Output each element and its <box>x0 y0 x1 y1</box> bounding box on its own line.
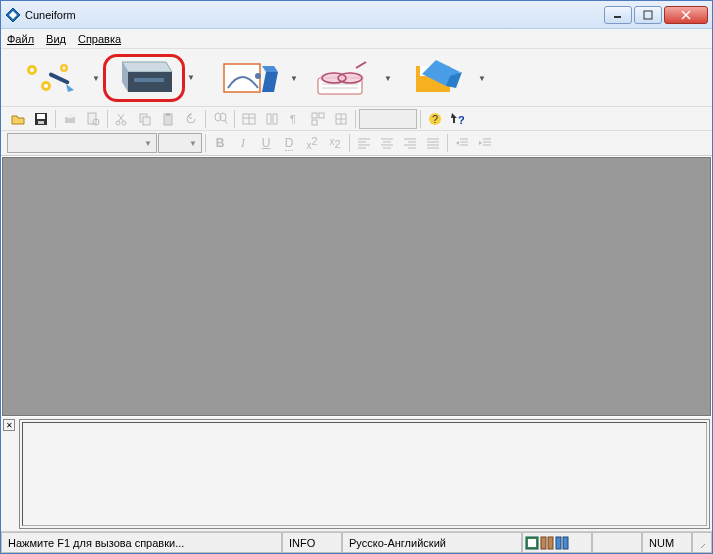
svg-rect-36 <box>38 121 44 124</box>
svg-rect-17 <box>134 78 164 82</box>
menubar: Файл Вид Справка <box>1 29 712 49</box>
zoom-combo[interactable] <box>359 109 417 129</box>
spellcheck-button[interactable]: ▼ <box>301 54 383 102</box>
indent-increase-button[interactable] <box>474 133 496 153</box>
svg-line-51 <box>225 120 227 124</box>
format-toolbar: ▼ ▼ B I U D x2 x2 <box>1 131 712 156</box>
svg-rect-59 <box>319 113 324 118</box>
superscript-button[interactable]: x2 <box>301 133 323 153</box>
font-size-combo[interactable]: ▼ <box>158 133 202 153</box>
svg-line-29 <box>356 62 366 68</box>
svg-rect-35 <box>37 114 45 119</box>
svg-rect-96 <box>563 537 568 549</box>
menu-help[interactable]: Справка <box>78 33 121 45</box>
chevron-down-icon[interactable]: ▼ <box>478 73 486 82</box>
chevron-down-icon[interactable]: ▼ <box>92 73 100 82</box>
save-results-button[interactable]: ▼ <box>395 54 477 102</box>
svg-rect-56 <box>273 114 277 124</box>
table-button[interactable] <box>238 109 260 129</box>
close-button[interactable] <box>664 6 708 24</box>
chevron-down-icon[interactable]: ▼ <box>290 73 298 82</box>
align-left-button[interactable] <box>353 133 375 153</box>
statusbar: Нажмите F1 для вызова справки... INFO Ру… <box>1 531 712 553</box>
paragraph-button[interactable]: ¶ <box>284 109 306 129</box>
svg-rect-58 <box>312 113 317 118</box>
svg-rect-95 <box>556 537 561 549</box>
open-button[interactable] <box>7 109 29 129</box>
chevron-down-icon[interactable]: ▼ <box>384 73 392 82</box>
svg-rect-92 <box>528 539 536 547</box>
status-blank <box>592 532 642 553</box>
scan-button[interactable] <box>103 54 185 102</box>
svg-point-11 <box>63 66 66 69</box>
svg-marker-86 <box>456 141 459 145</box>
indent-decrease-button[interactable] <box>451 133 473 153</box>
svg-rect-60 <box>312 120 317 125</box>
font-name-combo[interactable]: ▼ <box>7 133 157 153</box>
svg-point-7 <box>30 68 34 72</box>
view-mode-3-icon[interactable] <box>555 536 569 550</box>
column-button[interactable] <box>261 109 283 129</box>
svg-marker-21 <box>262 72 278 92</box>
svg-text:¶: ¶ <box>290 113 296 125</box>
maximize-button[interactable] <box>634 6 662 24</box>
workspace-area <box>2 157 711 416</box>
underline-button[interactable]: U <box>255 133 277 153</box>
svg-marker-13 <box>66 84 74 92</box>
chevron-down-icon[interactable]: ▼ <box>187 73 195 82</box>
status-view-icons <box>522 532 592 553</box>
subscript-button[interactable]: x2 <box>324 133 346 153</box>
undo-button[interactable] <box>180 109 202 129</box>
recognize-button[interactable]: ▼ <box>207 54 289 102</box>
view-mode-1-icon[interactable] <box>525 536 539 550</box>
minimize-button[interactable] <box>604 6 632 24</box>
svg-text:?: ? <box>432 113 438 125</box>
standard-toolbar: ¶ ? ? <box>1 107 712 131</box>
status-numlock: NUM <box>642 532 692 553</box>
svg-point-9 <box>44 84 48 88</box>
grid-button[interactable] <box>330 109 352 129</box>
context-help-button[interactable]: ? <box>447 109 469 129</box>
save-button[interactable] <box>30 109 52 129</box>
wizard-button[interactable]: ▼ <box>9 54 91 102</box>
window-title: Cuneiform <box>25 9 76 21</box>
svg-rect-93 <box>541 537 546 549</box>
align-justify-button[interactable] <box>422 133 444 153</box>
status-language: Русско-Английский <box>342 532 522 553</box>
svg-point-19 <box>255 73 261 79</box>
view-mode-2-icon[interactable] <box>540 536 554 550</box>
svg-rect-48 <box>166 113 170 116</box>
svg-rect-55 <box>267 114 271 124</box>
svg-line-97 <box>701 539 705 548</box>
menu-view[interactable]: Вид <box>46 33 66 45</box>
svg-rect-38 <box>67 114 73 118</box>
status-grip <box>692 532 712 553</box>
boxes-button[interactable] <box>307 109 329 129</box>
align-right-button[interactable] <box>399 133 421 153</box>
cut-button[interactable] <box>111 109 133 129</box>
titlebar: Cuneiform <box>1 1 712 29</box>
svg-rect-12 <box>48 72 70 85</box>
svg-marker-14 <box>122 62 172 72</box>
svg-marker-90 <box>479 141 482 145</box>
svg-text:?: ? <box>458 114 465 126</box>
print-preview-button[interactable] <box>82 109 104 129</box>
copy-button[interactable] <box>134 109 156 129</box>
bold-button[interactable]: B <box>209 133 231 153</box>
svg-rect-94 <box>548 537 553 549</box>
pane-close-button[interactable]: ✕ <box>3 419 15 431</box>
svg-rect-39 <box>88 113 96 124</box>
status-hint: Нажмите F1 для вызова справки... <box>1 532 282 553</box>
find-button[interactable] <box>209 109 231 129</box>
paste-button[interactable] <box>157 109 179 129</box>
print-button[interactable] <box>59 109 81 129</box>
dotted-underline-button[interactable]: D <box>278 133 300 153</box>
menu-file[interactable]: Файл <box>7 33 34 45</box>
output-pane <box>19 419 710 529</box>
italic-button[interactable]: I <box>232 133 254 153</box>
status-info: INFO <box>282 532 342 553</box>
align-center-button[interactable] <box>376 133 398 153</box>
help-button[interactable]: ? <box>424 109 446 129</box>
main-toolbar: ▼ ▼ <box>1 49 712 107</box>
svg-rect-46 <box>143 117 150 125</box>
